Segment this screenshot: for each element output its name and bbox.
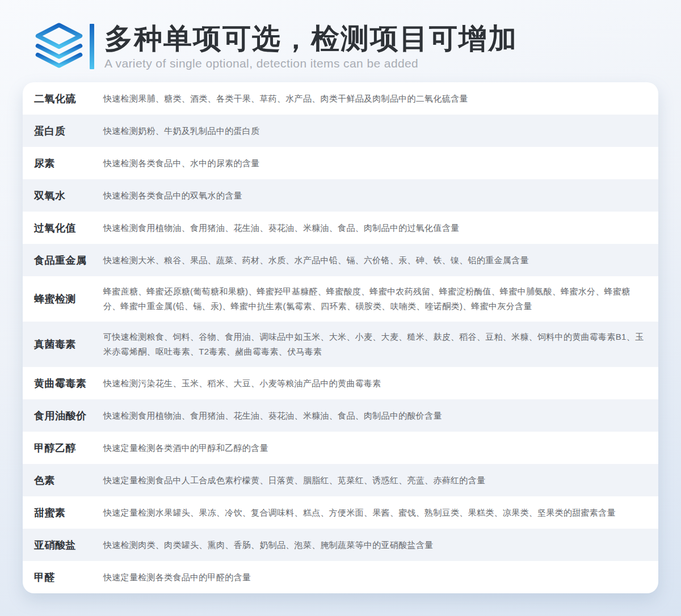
item-description: 快速定量检测各类食品中的甲醛的含量 [103,570,645,585]
item-description: 快速定量检测各类酒中的甲醇和乙醇的含量 [103,441,645,455]
table-row: 尿素 快速检测各类食品中、水中的尿素的含量 [23,147,658,179]
table-row: 黄曲霉毒素 快速检测污染花生、玉米、稻米、大豆、小麦等粮油产品中的黄曲霉毒素 [23,367,658,399]
item-description: 快速检测食用植物油、食用猪油、花生油、葵花油、米糠油、食品、肉制品中的过氧化值含… [103,221,645,235]
table-row: 色素 快速定量检测食品中人工合成色素柠檬黄、日落黄、胭脂红、苋菜红、诱惑红、亮蓝… [23,464,658,496]
layers-stack-icon [35,23,83,68]
table-row: 蛋白质 快速检测奶粉、牛奶及乳制品中的蛋白质 [23,115,658,147]
table-row: 食品重金属 快速检测大米、粮谷、果品、蔬菜、药材、水质、水产品中铅、镉、六价铬、… [23,244,658,276]
item-name: 黄曲霉毒素 [34,377,103,390]
item-name: 甲醇乙醇 [34,441,103,455]
item-description: 快速检测食用植物油、食用猪油、花生油、葵花油、米糠油、食品、肉制品中的酸价含量 [103,408,645,423]
item-name: 甲醛 [34,571,103,584]
item-description: 快速检测各类食品中、水中的尿素的含量 [103,156,645,171]
table-row: 二氧化硫 快速检测果脯、糖类、酒类、各类干果、草药、水产品、肉类干鲜品及肉制品中… [23,82,658,115]
item-name: 色素 [34,474,103,487]
page-header: 多种单项可选，检测项目可增加 A variety of single optio… [0,0,681,73]
item-description: 快速检测污染花生、玉米、稻米、大豆、小麦等粮油产品中的黄曲霉毒素 [103,376,645,391]
item-name: 尿素 [34,157,103,170]
table-row: 过氧化值 快速检测食用植物油、食用猪油、花生油、葵花油、米糠油、食品、肉制品中的… [23,212,658,244]
item-description: 快速定量检测水果罐头、果冻、冷饮、复合调味料、糕点、方便米面、果酱、蜜饯、熟制豆… [103,505,645,520]
table-row: 亚硝酸盐 快速检测肉类、肉类罐头、熏肉、香肠、奶制品、泡菜、腌制蔬菜等中的亚硝酸… [23,529,658,561]
item-name: 亚硝酸盐 [34,538,103,552]
page-title: 多种单项可选，检测项目可增加 [104,23,518,54]
item-description: 快速定量检测食品中人工合成色素柠檬黄、日落黄、胭脂红、苋菜红、诱惑红、亮蓝、赤藓… [103,473,645,488]
header-accent-bar [90,24,94,69]
item-description: 蜂蜜蔗糖、蜂蜜还原糖(葡萄糖和果糖)、蜂蜜羟甲基糠醛、蜂蜜酸度、蜂蜜中农药残留、… [103,284,645,314]
table-row: 甲醇乙醇 快速定量检测各类酒中的甲醇和乙醇的含量 [23,432,658,464]
item-name: 双氧水 [34,189,103,202]
table-row: 蜂蜜检测 蜂蜜蔗糖、蜂蜜还原糖(葡萄糖和果糖)、蜂蜜羟甲基糠醛、蜂蜜酸度、蜂蜜中… [23,276,658,322]
page-subtitle: A variety of single optional, detection … [104,57,518,70]
item-description: 可快速检测粮食、饲料、谷物、食用油、调味品中如玉米、大米、小麦、大麦、糙米、麸皮… [103,330,645,359]
detection-items-card: 二氧化硫 快速检测果脯、糖类、酒类、各类干果、草药、水产品、肉类干鲜品及肉制品中… [23,82,658,593]
item-name: 真菌毒素 [34,337,103,351]
table-row: 食用油酸价 快速检测食用植物油、食用猪油、花生油、葵花油、米糠油、食品、肉制品中… [23,399,658,432]
item-description: 快速检测肉类、肉类罐头、熏肉、香肠、奶制品、泡菜、腌制蔬菜等中的亚硝酸盐含量 [103,538,645,552]
item-description: 快速检测果脯、糖类、酒类、各类干果、草药、水产品、肉类干鲜品及肉制品中的二氧化硫… [103,91,645,106]
table-row: 双氧水 快速检测各类食品中的双氧水的含量 [23,179,658,212]
table-row: 甜蜜素 快速定量检测水果罐头、果冻、冷饮、复合调味料、糕点、方便米面、果酱、蜜饯… [23,496,658,529]
item-name: 过氧化值 [34,221,103,235]
item-name: 食用油酸价 [34,409,103,423]
item-name: 甜蜜素 [34,506,103,520]
item-name: 蛋白质 [34,124,103,138]
item-name: 食品重金属 [34,254,103,267]
item-description: 快速检测奶粉、牛奶及乳制品中的蛋白质 [103,124,645,138]
item-description: 快速检测大米、粮谷、果品、蔬菜、药材、水质、水产品中铅、镉、六价铬、汞、砷、铁、… [103,253,645,268]
table-row: 甲醛 快速定量检测各类食品中的甲醛的含量 [23,561,658,593]
table-row: 真菌毒素 可快速检测粮食、饲料、谷物、食用油、调味品中如玉米、大米、小麦、大麦、… [23,322,658,367]
item-name: 蜂蜜检测 [34,292,103,306]
item-description: 快速检测各类食品中的双氧水的含量 [103,188,645,203]
item-name: 二氧化硫 [34,92,103,106]
